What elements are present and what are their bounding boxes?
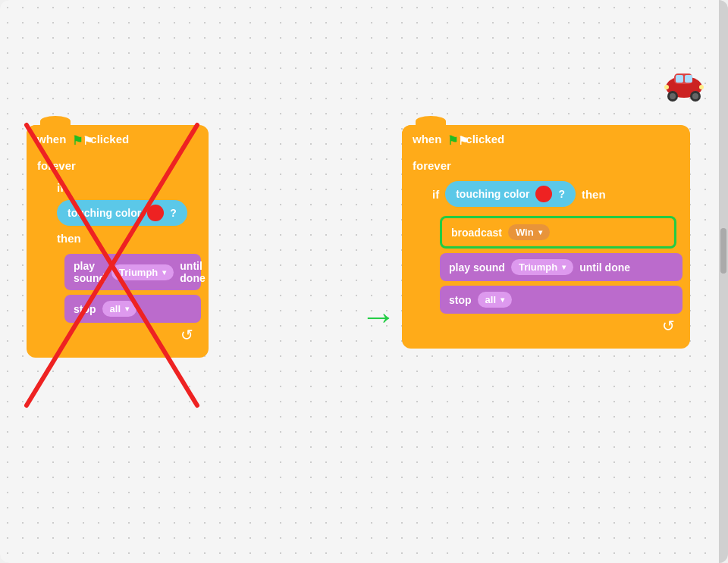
right-arrow: → (360, 296, 397, 337)
left-block-group: when ⚑ clicked forever if touching color… (27, 125, 209, 358)
left-touching-color-block: touching color ? (57, 200, 187, 226)
left-all-pill: all ▾ (102, 301, 136, 317)
left-indent: if touching color ? then play sound (34, 177, 201, 323)
svg-point-8 (692, 93, 698, 99)
right-color-dot (535, 186, 552, 202)
left-clicked-label: clicked (90, 133, 129, 145)
right-when-label: when (413, 133, 441, 145)
right-triumph-label: Triumph (519, 261, 557, 273)
right-win-pill: Win ▾ (508, 224, 550, 240)
left-play-sound-block: play sound Triumph ▾ until done (64, 254, 201, 290)
right-play-sound-label: play sound (449, 261, 505, 274)
scrollbar-thumb[interactable] (720, 228, 726, 274)
left-triumph-label: Triumph (119, 267, 158, 278)
left-all-dropdown: ▾ (125, 305, 129, 313)
left-if-block: if touching color ? then (49, 177, 201, 249)
right-win-label: Win (516, 227, 534, 238)
right-touching-color-label: touching color (456, 188, 529, 200)
left-when-label: when (37, 133, 66, 145)
left-touching-color-label: touching color (67, 207, 141, 219)
right-outer-block: when ⚑ clicked forever if touching color… (402, 125, 690, 349)
car-sprite (664, 57, 705, 110)
left-question-mark: ? (170, 207, 177, 219)
right-forever-label: forever (410, 158, 682, 174)
right-all-label: all (485, 294, 496, 305)
right-flag-icon: ⚑ (447, 133, 460, 145)
left-stop-label: stop (74, 303, 96, 315)
left-rotate-arrow: ↺ (34, 326, 201, 347)
right-stop-label: stop (449, 294, 472, 306)
left-then-label: then (57, 232, 81, 245)
left-block-body: forever if touching color ? then (27, 153, 209, 358)
scrollbar[interactable] (719, 0, 728, 563)
left-color-dot (147, 205, 164, 221)
svg-rect-3 (676, 75, 683, 83)
right-if-label: if (432, 188, 439, 201)
left-forever-label: forever (34, 158, 201, 174)
right-block-group: when ⚑ clicked forever if touching color… (402, 125, 690, 349)
left-triumph-pill: Triumph ▾ (111, 264, 174, 280)
left-until-done-label: until done (180, 260, 205, 284)
left-play-sound-label: play sound (74, 260, 105, 284)
right-all-dropdown: ▾ (500, 296, 504, 304)
left-hat-block: when ⚑ clicked (27, 125, 186, 153)
right-broadcast-block: broadcast Win ▾ (440, 216, 676, 249)
right-rotate-arrow: ↺ (410, 317, 682, 338)
right-win-dropdown: ▾ (538, 228, 542, 236)
left-all-label: all (110, 303, 121, 314)
left-inner-indent: play sound Triumph ▾ until done stop al (49, 252, 201, 323)
svg-rect-4 (685, 75, 692, 83)
right-triumph-dropdown: ▾ (562, 263, 566, 271)
left-stop-block: stop all ▾ (64, 295, 201, 323)
right-broadcast-label: broadcast (451, 227, 502, 239)
svg-point-6 (670, 93, 676, 99)
right-clicked-label: clicked (466, 133, 504, 145)
right-block-body: forever if touching color ? then (402, 153, 690, 349)
left-flag-icon: ⚑ (72, 133, 84, 145)
right-then-label: then (582, 188, 606, 201)
svg-point-10 (699, 85, 704, 89)
right-stop-block: stop all ▾ (440, 286, 682, 314)
right-all-pill: all ▾ (478, 292, 512, 308)
right-question-mark: ? (558, 188, 565, 200)
right-touching-color-block: touching color ? (445, 181, 576, 207)
right-inner-indent: broadcast Win ▾ play sound Triumph ▾ (425, 214, 682, 314)
left-triumph-dropdown: ▾ (162, 268, 166, 277)
right-indent: if touching color ? then broadcast (410, 177, 682, 314)
left-outer-block: when ⚑ clicked forever if touching color… (27, 125, 209, 358)
right-hat-block: when ⚑ clicked (402, 125, 561, 153)
left-if-label: if (57, 181, 64, 194)
right-triumph-pill: Triumph ▾ (511, 259, 573, 275)
right-play-sound-block: play sound Triumph ▾ until done (440, 253, 682, 281)
right-until-done-label: until done (579, 261, 630, 274)
svg-point-9 (664, 85, 669, 89)
right-if-block: if touching color ? then (425, 177, 682, 211)
main-container: when ⚑ clicked forever if touching color… (0, 0, 728, 563)
